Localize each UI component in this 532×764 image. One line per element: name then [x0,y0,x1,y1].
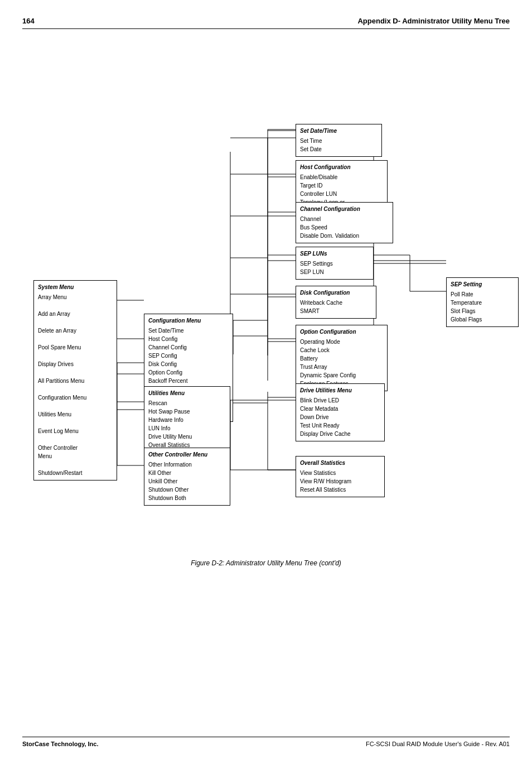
sep-luns-title: SEP LUNs [300,250,369,258]
other-controller-menu-title: Other Controller Menu [148,451,226,459]
drive-utilities-menu-box: Drive Utilities Menu Blink Drive LED Cle… [296,383,385,441]
channel-configuration-title: Channel Configuration [300,205,389,213]
header-divider [22,28,510,29]
svg-line-18 [374,261,446,286]
system-menu-box: System Menu Array Menu Add an Array Dele… [33,280,117,480]
page-number: 164 [22,17,35,25]
sep-setting-items: Poll Rate Temperature Slot Flags Global … [451,290,514,324]
sep-luns-box: SEP LUNs SEP Settings SEP LUN [296,247,374,280]
footer-content: StorCase Technology, Inc. FC-SCSI Dual R… [22,737,510,747]
footer-guide: FC-SCSI Dual RAID Module User's Guide - … [366,741,510,747]
page-header: 164 Appendix D- Administrator Utility Me… [22,17,510,25]
set-date-time-title: Set Date/Time [300,127,378,135]
utilities-menu-items: Rescan Hot Swap Pause Hardware Info LUN … [148,399,226,449]
overall-statistics-title: Overall Statistics [300,459,380,467]
page-title: Appendix D- Administrator Utility Menu T… [357,17,510,25]
set-date-time-items: Set Time Set Date [300,137,378,153]
system-menu-title: System Menu [38,284,113,291]
option-configuration-box: Option Configuration Operating Mode Cach… [296,325,388,391]
svg-line-1 [114,374,144,403]
utilities-menu-box: Utilities Menu Rescan Hot Swap Pause Har… [144,386,230,453]
sep-luns-items: SEP Settings SEP LUN [300,260,369,276]
configuration-menu-title: Configuration Menu [148,317,229,325]
sep-setting-title: SEP Setting [451,281,514,289]
disk-configuration-box: Disk Configuration Writeback Cache SMART [296,286,376,319]
other-controller-menu-box: Other Controller Menu Other Information … [144,448,230,506]
overall-statistics-box: Overall Statistics View Statistics View … [296,456,385,497]
set-date-time-box: Set Date/Time Set Time Set Date [296,124,382,157]
footer-company: StorCase Technology, Inc. [22,741,99,747]
disk-configuration-items: Writeback Cache SMART [300,299,372,315]
figure-caption: Figure D-2: Administrator Utility Menu T… [22,559,510,567]
channel-configuration-items: Channel Bus Speed Disable Dom. Validatio… [300,215,389,240]
page: 164 Appendix D- Administrator Utility Me… [0,0,532,764]
system-menu-items: Array Menu Add an Array Delete an Array … [38,293,113,477]
option-configuration-items: Operating Mode Cache Lock Battery Trust … [300,338,383,388]
channel-configuration-box: Channel Configuration Channel Bus Speed … [296,202,393,243]
disk-configuration-title: Disk Configuration [300,289,372,297]
utilities-menu-title: Utilities Menu [148,390,226,397]
sep-setting-box: SEP Setting Poll Rate Temperature Slot F… [446,277,519,327]
drive-utilities-menu-items: Blink Drive LED Clear Metadata Down Driv… [300,396,380,438]
host-configuration-title: Host Configuration [300,164,383,171]
page-footer: StorCase Technology, Inc. FC-SCSI Dual R… [22,737,510,747]
other-controller-menu-items: Other Information Kill Other Unkill Othe… [148,460,226,502]
overall-statistics-items: View Statistics View R/W Histogram Reset… [300,469,380,494]
drive-utilities-menu-title: Drive Utilities Menu [300,387,380,395]
svg-line-44 [374,255,446,291]
option-configuration-title: Option Configuration [300,328,383,336]
diagram-area: System Menu Array Menu Add an Array Dele… [22,40,510,542]
